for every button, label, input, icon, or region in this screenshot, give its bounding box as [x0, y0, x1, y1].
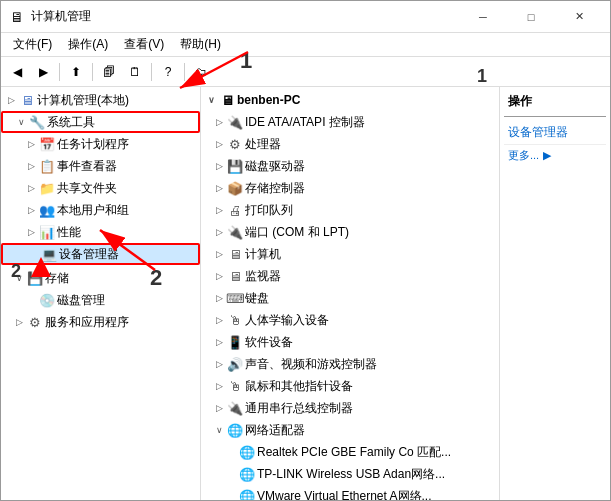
toolbar-properties[interactable]: 🗒: [123, 60, 147, 84]
tree-item-device-manager[interactable]: 💻 设备管理器: [1, 243, 200, 265]
main-window: 🖥 计算机管理 ─ □ ✕ 文件(F) 操作(A) 查看(V) 帮助(H) ◀ …: [0, 0, 611, 501]
tree-item-task-scheduler[interactable]: ▷ 📅 任务计划程序: [1, 133, 200, 155]
ide-icon: 🔌: [227, 114, 243, 130]
close-button[interactable]: ✕: [556, 1, 602, 33]
mouse-label: 鼠标和其他指针设备: [245, 378, 353, 395]
net-label: 网络适配器: [245, 422, 305, 439]
tree-item-services[interactable]: ▷ ⚙ 服务和应用程序: [1, 311, 200, 333]
expand-ide: ▷: [213, 116, 225, 128]
print-label: 打印队列: [245, 202, 293, 219]
expand-vmware1: [225, 490, 237, 500]
menu-bar: 文件(F) 操作(A) 查看(V) 帮助(H): [1, 33, 610, 57]
window-icon: 🖥: [9, 9, 25, 25]
disk-drive-icon: 💾: [227, 158, 243, 174]
tree-item-disk-mgmt[interactable]: 💿 磁盘管理: [1, 289, 200, 311]
left-panel: ▷ 🖥 计算机管理(本地) ∨ 🔧 系统工具 ▷ 📅 任务计划程序 ▷: [1, 87, 201, 500]
storage-ctrl-icon: 📦: [227, 180, 243, 196]
menu-action[interactable]: 操作(A): [60, 34, 116, 55]
middle-tplink[interactable]: 🌐 TP-LINK Wireless USB Adan网络...: [201, 463, 499, 485]
middle-disk[interactable]: ▷ 💾 磁盘驱动器: [201, 155, 499, 177]
toolbar-up[interactable]: ⬆: [64, 60, 88, 84]
computer2-label: 计算机: [245, 246, 281, 263]
tree-item-storage[interactable]: ∨ 💾 存储: [1, 267, 200, 289]
window-controls: ─ □ ✕: [460, 1, 602, 33]
toolbar-help[interactable]: ?: [156, 60, 180, 84]
ide-label: IDE ATA/ATAPI 控制器: [245, 114, 365, 131]
middle-audio[interactable]: ▷ 🔊 声音、视频和游戏控制器: [201, 353, 499, 375]
menu-help[interactable]: 帮助(H): [172, 34, 229, 55]
expand-arrow-share: ▷: [25, 182, 37, 194]
middle-keyboard[interactable]: ▷ ⌨ 键盘: [201, 287, 499, 309]
tree-item-performance[interactable]: ▷ 📊 性能: [1, 221, 200, 243]
keyboard-label: 键盘: [245, 290, 269, 307]
vmware1-icon: 🌐: [239, 488, 255, 500]
print-icon: 🖨: [227, 202, 243, 218]
middle-computer[interactable]: ▷ 🖥 计算机: [201, 243, 499, 265]
toolbar-back[interactable]: ◀: [5, 60, 29, 84]
middle-soft[interactable]: ▷ 📱 软件设备: [201, 331, 499, 353]
expand-arrow-device: [27, 248, 39, 260]
processor-icon: ⚙: [227, 136, 243, 152]
audio-label: 声音、视频和游戏控制器: [245, 356, 377, 373]
tree-item-system-tools[interactable]: ∨ 🔧 系统工具: [1, 111, 200, 133]
share-label: 共享文件夹: [57, 180, 117, 197]
expand-computer: ▷: [213, 248, 225, 260]
middle-monitor[interactable]: ▷ 🖥 监视器: [201, 265, 499, 287]
middle-print[interactable]: ▷ 🖨 打印队列: [201, 199, 499, 221]
vmware1-label: VMware Virtual Ethernet A网络...: [257, 488, 432, 501]
services-icon: ⚙: [27, 314, 43, 330]
svg-text:1: 1: [477, 66, 487, 86]
middle-port[interactable]: ▷ 🔌 端口 (COM 和 LPT): [201, 221, 499, 243]
device-icon: 💻: [41, 246, 57, 262]
expand-arrow-perf: ▷: [25, 226, 37, 238]
expand-print: ▷: [213, 204, 225, 216]
right-panel: 操作 设备管理器 更多... ▶: [500, 87, 610, 500]
disk-drive-label: 磁盘驱动器: [245, 158, 305, 175]
expand-arrow-system-tools: ∨: [15, 116, 27, 128]
middle-usb[interactable]: ▷ 🔌 通用串行总线控制器: [201, 397, 499, 419]
monitor-label: 监视器: [245, 268, 281, 285]
middle-hid[interactable]: ▷ 🖱 人体学输入设备: [201, 309, 499, 331]
expand-audio: ▷: [213, 358, 225, 370]
middle-mouse[interactable]: ▷ 🖱 鼠标和其他指针设备: [201, 375, 499, 397]
system-tools-icon: 🔧: [29, 114, 45, 130]
monitor-icon: 🖥: [227, 268, 243, 284]
middle-realtek[interactable]: 🌐 Realtek PCIe GBE Family Co 匹配...: [201, 441, 499, 463]
maximize-button[interactable]: □: [508, 1, 554, 33]
menu-file[interactable]: 文件(F): [5, 34, 60, 55]
tplink-icon: 🌐: [239, 466, 255, 482]
toolbar-extra[interactable]: 🗂: [189, 60, 213, 84]
port-icon: 🔌: [227, 224, 243, 240]
storage-icon: 💾: [27, 270, 43, 286]
computer-icon: 🖥: [19, 92, 35, 108]
action-more[interactable]: 更多... ▶: [504, 145, 606, 166]
menu-view[interactable]: 查看(V): [116, 34, 172, 55]
services-label: 服务和应用程序: [45, 314, 129, 331]
middle-processor[interactable]: ▷ ⚙ 处理器: [201, 133, 499, 155]
middle-ide[interactable]: ▷ 🔌 IDE ATA/ATAPI 控制器: [201, 111, 499, 133]
toolbar-forward[interactable]: ▶: [31, 60, 55, 84]
expand-arrow-disk: [25, 294, 37, 306]
expand-arrow-computer: ▷: [5, 94, 17, 106]
expand-realtek: [225, 446, 237, 458]
action-device-mgr-label: 设备管理器: [508, 124, 568, 141]
tree-item-computer[interactable]: ▷ 🖥 计算机管理(本地): [1, 89, 200, 111]
expand-arrow-storage: ∨: [13, 272, 25, 284]
tree-item-local-users[interactable]: ▷ 👥 本地用户和组: [1, 199, 200, 221]
toolbar-show-hide[interactable]: 🗐: [97, 60, 121, 84]
tree-item-shared-folders[interactable]: ▷ 📁 共享文件夹: [1, 177, 200, 199]
toolbar: ◀ ▶ ⬆ 🗐 🗒 ? 🗂 1: [1, 57, 610, 87]
middle-net-adapter[interactable]: ∨ 🌐 网络适配器: [201, 419, 499, 441]
expand-arrow-users: ▷: [25, 204, 37, 216]
storage-ctrl-label: 存储控制器: [245, 180, 305, 197]
title-bar: 🖥 计算机管理 ─ □ ✕: [1, 1, 610, 33]
storage-label: 存储: [45, 270, 69, 287]
action-more-arrow: ▶: [543, 149, 551, 162]
action-device-mgr[interactable]: 设备管理器: [504, 121, 606, 145]
tree-item-event-viewer[interactable]: ▷ 📋 事件查看器: [1, 155, 200, 177]
users-icon: 👥: [39, 202, 55, 218]
middle-storage-ctrl[interactable]: ▷ 📦 存储控制器: [201, 177, 499, 199]
middle-vmware1[interactable]: 🌐 VMware Virtual Ethernet A网络...: [201, 485, 499, 500]
perf-label: 性能: [57, 224, 81, 241]
minimize-button[interactable]: ─: [460, 1, 506, 33]
